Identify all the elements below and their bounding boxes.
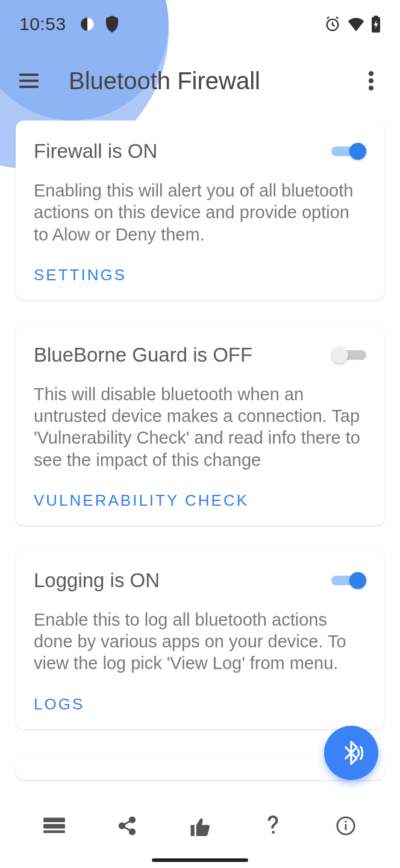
dnd-icon (80, 16, 95, 32)
svg-rect-12 (43, 831, 65, 834)
svg-rect-5 (19, 80, 39, 82)
firewall-toggle[interactable] (331, 142, 366, 160)
shield-icon (105, 16, 119, 33)
battery-icon (371, 16, 381, 33)
status-time: 10:53 (19, 14, 66, 34)
svg-point-13 (130, 817, 135, 823)
card-logging-title: Logging is ON (34, 569, 160, 592)
card-blueborne-desc: This will disable bluetooth when an untr… (34, 383, 366, 471)
card-firewall-title: Firewall is ON (34, 140, 157, 163)
nav-info-icon[interactable] (328, 808, 364, 844)
svg-point-7 (369, 71, 373, 76)
svg-rect-11 (43, 824, 65, 829)
nav-list-icon[interactable] (36, 808, 72, 844)
logging-toggle[interactable] (331, 571, 366, 590)
logs-button[interactable]: LOGS (34, 695, 366, 714)
svg-rect-4 (19, 74, 39, 76)
svg-rect-3 (374, 16, 378, 18)
content-scroll[interactable]: Firewall is ON Enabling this will alert … (0, 121, 400, 802)
svg-rect-6 (19, 86, 39, 88)
bluetooth-broadcast-icon (338, 740, 364, 766)
vulnerability-check-button[interactable]: VULNERABILITY CHECK (34, 491, 366, 510)
svg-point-14 (119, 823, 125, 829)
status-bar: 10:53 (0, 0, 400, 48)
gesture-nav-handle[interactable] (152, 858, 248, 862)
nav-like-icon[interactable] (182, 808, 218, 844)
card-logging-desc: Enable this to log all bluetooth actions… (34, 609, 366, 675)
app-title: Bluetooth Firewall (69, 68, 260, 95)
alarm-icon (324, 16, 341, 33)
app-bar: Bluetooth Firewall (0, 53, 400, 108)
menu-icon[interactable] (16, 68, 42, 94)
nav-help-icon[interactable] (255, 808, 291, 844)
svg-point-15 (130, 829, 135, 835)
card-firewall: Firewall is ON Enabling this will alert … (16, 121, 384, 300)
overflow-menu-icon[interactable] (358, 68, 384, 94)
svg-rect-10 (43, 818, 65, 823)
blueborne-toggle[interactable] (331, 346, 366, 364)
bluetooth-scan-fab[interactable] (324, 726, 378, 780)
settings-button[interactable]: SETTINGS (34, 266, 366, 285)
nav-share-icon[interactable] (109, 808, 145, 844)
card-logging: Logging is ON Enable this to log all blu… (16, 550, 384, 729)
wifi-icon (347, 17, 365, 31)
card-blueborne-title: BlueBorne Guard is OFF (34, 344, 252, 366)
svg-point-18 (345, 820, 346, 822)
card-firewall-desc: Enabling this will alert you of all blue… (34, 180, 366, 245)
svg-point-8 (369, 78, 373, 83)
card-blueborne: BlueBorne Guard is OFF This will disable… (16, 324, 384, 526)
svg-point-9 (369, 86, 373, 90)
